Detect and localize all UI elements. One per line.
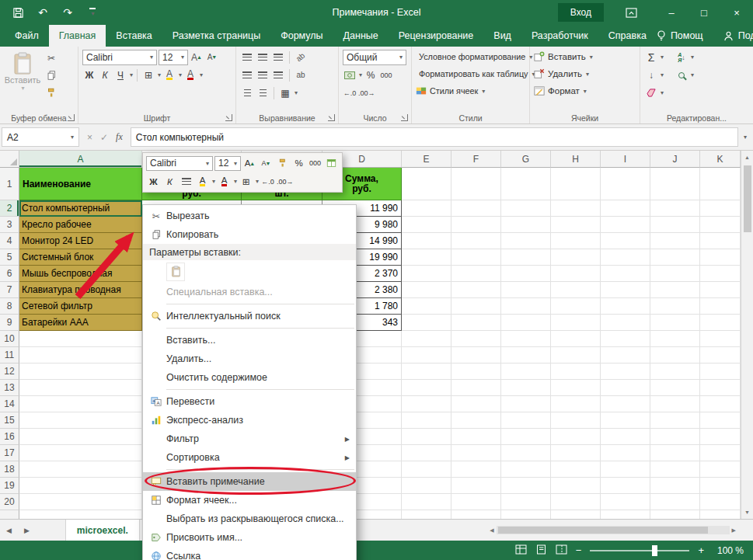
zoom-out-icon[interactable]: −	[576, 544, 582, 556]
cell-J17[interactable]	[650, 445, 700, 461]
cell-J13[interactable]	[650, 380, 700, 396]
cell-F1[interactable]	[451, 168, 501, 200]
cell-G3[interactable]	[501, 217, 551, 233]
cell-K4[interactable]	[700, 233, 741, 249]
cell-A17[interactable]	[19, 445, 142, 461]
cell-J18[interactable]	[650, 461, 700, 478]
menu-item-pick-from-list[interactable]: Выбрать из раскрывающегося списка...	[143, 510, 356, 528]
autosum-icon[interactable]: Σ	[644, 50, 658, 64]
decrease-font-size-icon[interactable]: А▼	[205, 50, 219, 64]
menu-item-link[interactable]: Ссылка	[143, 547, 356, 560]
cell-F15[interactable]	[451, 412, 501, 429]
sheet-nav-left-icon[interactable]: ◀	[0, 527, 18, 534]
tab-developer[interactable]: Разработчик	[521, 25, 598, 47]
cell-E11[interactable]	[402, 347, 451, 363]
select-all-button[interactable]	[0, 151, 19, 168]
col-header-I[interactable]: I	[601, 151, 650, 168]
cell-I3[interactable]	[601, 217, 650, 233]
col-header-A[interactable]: A	[19, 151, 142, 168]
cell-E14[interactable]	[402, 396, 451, 412]
col-header-G[interactable]: G	[501, 151, 551, 168]
row-header-3[interactable]: 3	[0, 217, 19, 233]
cell-H7[interactable]	[551, 282, 601, 298]
cell-A13[interactable]	[19, 380, 142, 396]
cell-J2[interactable]	[650, 200, 700, 217]
cell-F17[interactable]	[451, 445, 501, 461]
tab-view[interactable]: Вид	[483, 25, 521, 47]
cell-J5[interactable]	[650, 249, 700, 266]
row-header-9[interactable]: 9	[0, 315, 19, 331]
cell-J3[interactable]	[650, 217, 700, 233]
normal-view-icon[interactable]	[515, 544, 527, 557]
cell-K9[interactable]	[700, 315, 741, 331]
zoom-slider[interactable]	[590, 550, 689, 551]
undo-icon[interactable]: ↶	[36, 5, 50, 19]
cell-A3[interactable]: Кресло рабочее	[19, 217, 142, 233]
cell-I20[interactable]	[601, 494, 650, 510]
cell-styles-button[interactable]: Стили ячеек▾	[416, 83, 526, 99]
align-top-icon[interactable]	[240, 50, 254, 64]
cell-H10[interactable]	[551, 331, 601, 347]
mini-align-center-icon[interactable]	[179, 174, 193, 190]
percent-style-icon[interactable]: %	[364, 68, 378, 82]
cell-I4[interactable]	[601, 233, 650, 249]
tab-file[interactable]: Файл	[5, 25, 49, 47]
menu-item-insert-comment[interactable]: Вставить примечание	[143, 472, 356, 491]
cell-K10[interactable]	[700, 331, 741, 347]
cell-F6[interactable]	[451, 266, 501, 282]
row-header-8[interactable]: 8	[0, 298, 19, 315]
comma-style-icon[interactable]: 000	[379, 68, 393, 82]
row-header-1[interactable]: 1	[0, 168, 19, 200]
cell-I14[interactable]	[601, 396, 650, 412]
mini-decrease-decimal-icon[interactable]: .00→	[277, 174, 294, 190]
cell-I17[interactable]	[601, 445, 650, 461]
ribbon-display-options-icon[interactable]	[624, 5, 638, 19]
number-dialog-launcher[interactable]	[401, 114, 408, 121]
formula-bar-expand-icon[interactable]: ▾	[739, 134, 751, 141]
cell-F10[interactable]	[451, 331, 501, 347]
cell-A20[interactable]	[19, 494, 142, 510]
cell-J6[interactable]	[650, 266, 700, 282]
wrap-text-icon[interactable]: ab	[294, 68, 308, 82]
cell-G13[interactable]	[501, 380, 551, 396]
cell-A4[interactable]: Монитор 24 LED	[19, 233, 142, 249]
cell-E13[interactable]	[402, 380, 451, 396]
font-name-select[interactable]: Calibri▾	[82, 50, 157, 65]
cell-I21[interactable]	[601, 510, 650, 519]
tab-home[interactable]: Главная	[49, 25, 106, 47]
cell-F3[interactable]	[451, 217, 501, 233]
mini-decrease-font-icon[interactable]: А▼	[259, 155, 274, 171]
cell-I13[interactable]	[601, 380, 650, 396]
cell-A7[interactable]: Клавиатура проводная	[19, 282, 142, 298]
cell-K8[interactable]	[700, 298, 741, 315]
cell-A19[interactable]	[19, 478, 142, 494]
cell-H17[interactable]	[551, 445, 601, 461]
cell-F12[interactable]	[451, 363, 501, 380]
mini-fill-color-icon[interactable]: А	[195, 174, 210, 190]
menu-item-format-cells[interactable]: Формат ячеек...	[143, 491, 356, 510]
cell-G19[interactable]	[501, 478, 551, 494]
cell-F19[interactable]	[451, 478, 501, 494]
cell-E18[interactable]	[402, 461, 451, 478]
sheet-nav-right-icon[interactable]: ▶	[18, 527, 36, 534]
tab-page-layout[interactable]: Разметка страницы	[162, 25, 270, 47]
cell-F20[interactable]	[451, 494, 501, 510]
cell-F4[interactable]	[451, 233, 501, 249]
cell-I16[interactable]	[601, 429, 650, 445]
horizontal-scrollbar[interactable]: ◀ ▶	[490, 523, 736, 537]
col-header-J[interactable]: J	[650, 151, 700, 168]
menu-item-filter[interactable]: Фильтр▶	[143, 430, 356, 448]
cell-F11[interactable]	[451, 347, 501, 363]
cell-I7[interactable]	[601, 282, 650, 298]
cell-G4[interactable]	[501, 233, 551, 249]
cell-E2[interactable]	[402, 200, 451, 217]
cell-H13[interactable]	[551, 380, 601, 396]
mini-percent-icon[interactable]: %	[291, 155, 306, 171]
cell-I6[interactable]	[601, 266, 650, 282]
cell-H3[interactable]	[551, 217, 601, 233]
cell-F16[interactable]	[451, 429, 501, 445]
mini-font-color-icon[interactable]: А	[217, 174, 232, 190]
page-layout-view-icon[interactable]	[535, 544, 547, 557]
cell-F2[interactable]	[451, 200, 501, 217]
cell-F7[interactable]	[451, 282, 501, 298]
